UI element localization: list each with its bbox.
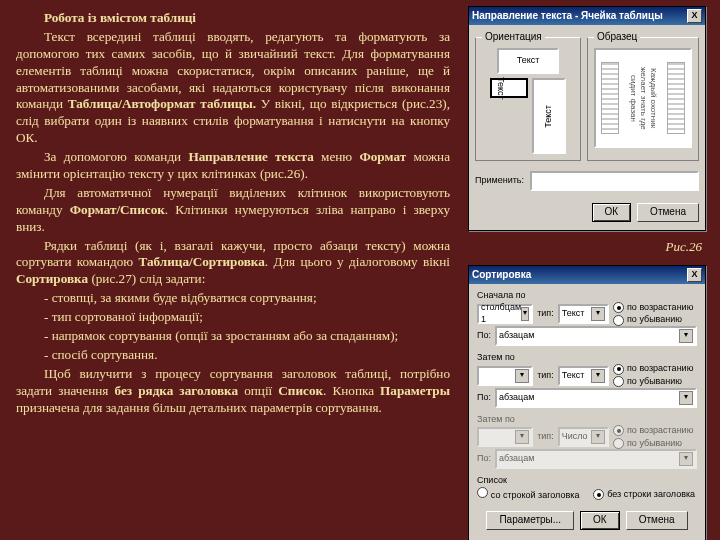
chevron-down-icon[interactable]: ▾ xyxy=(679,391,693,405)
apply-combo[interactable] xyxy=(530,171,699,191)
ok-button[interactable]: ОК xyxy=(580,511,620,530)
list-label: Список xyxy=(477,475,697,487)
sort-block-2: Затем по ▾ тип: Текст▾ по возрастанию по… xyxy=(477,352,697,408)
radio-asc[interactable]: по возрастанию xyxy=(613,302,697,314)
radio-desc[interactable]: по убыванию xyxy=(613,314,697,326)
params-button[interactable]: Параметры... xyxy=(486,511,574,530)
chevron-down-icon[interactable]: ▾ xyxy=(591,307,605,321)
radio-asc[interactable]: по возрастанию xyxy=(613,363,697,375)
list-item-3: - напрямок сортування (опції за зростанн… xyxy=(16,328,450,345)
sort-by-select-3[interactable]: абзацам▾ xyxy=(495,449,697,469)
radio-desc[interactable]: по убыванию xyxy=(613,376,697,388)
text-column: Робота із вмістом таблиці Текст всередин… xyxy=(0,0,460,540)
preview-pane: Каждый охотник желает знать где сидит фа… xyxy=(594,48,692,148)
chevron-down-icon[interactable]: ▾ xyxy=(515,369,529,383)
paragraph-3: Для автоматичної нумерації виділених клі… xyxy=(16,185,450,236)
figures-column: Направление текста - Ячейка таблицы X Ор… xyxy=(460,0,720,540)
dialog-titlebar[interactable]: Направление текста - Ячейка таблицы X xyxy=(469,7,705,25)
chevron-down-icon[interactable]: ▾ xyxy=(679,452,693,466)
sort-type-select-2[interactable]: Текст▾ xyxy=(558,366,609,386)
chevron-down-icon[interactable]: ▾ xyxy=(591,369,605,383)
type-label: тип: xyxy=(537,308,554,320)
by-label: По: xyxy=(477,330,491,342)
close-icon[interactable]: X xyxy=(687,268,702,282)
group-label: Образец xyxy=(594,31,640,44)
dialog-title: Сортировка xyxy=(472,269,531,282)
radio-without-header[interactable]: без строки заголовка xyxy=(593,488,695,501)
type-label: тип: xyxy=(537,370,554,382)
paragraph-2: За допомогою команди Направление текста … xyxy=(16,149,450,183)
text-direction-dialog: Направление текста - Ячейка таблицы X Ор… xyxy=(468,6,706,231)
sort-block-3: Затем по ▾ тип: Число▾ по возрастанию по… xyxy=(477,414,697,470)
by-label: По: xyxy=(477,392,491,404)
orientation-vertical-2[interactable]: Текст xyxy=(532,78,566,154)
cancel-button[interactable]: Отмена xyxy=(626,511,688,530)
paragraph-1: Текст всередині таблиці вводять, редагую… xyxy=(16,29,450,147)
paragraph-5: Щоб вилучити з процесу сортування заголо… xyxy=(16,366,450,417)
close-icon[interactable]: X xyxy=(687,9,702,23)
then-by-label: Затем по xyxy=(477,352,697,364)
sort-column-select-2[interactable]: ▾ xyxy=(477,366,533,386)
dialog-title: Направление текста - Ячейка таблицы xyxy=(472,10,663,23)
sort-block-1: Сначала по столбцам 1▾ тип: Текст▾ по во… xyxy=(477,290,697,346)
sort-column-select[interactable]: столбцам 1▾ xyxy=(477,304,533,324)
chevron-down-icon[interactable]: ▾ xyxy=(521,307,529,321)
orientation-group: Ориентация Текст Текст Текст xyxy=(475,37,581,161)
figure-caption-26: Рис.26 xyxy=(666,239,702,256)
preview-group: Образец Каждый охотник желает знать где … xyxy=(587,37,699,161)
apply-label: Применить: xyxy=(475,175,524,187)
list-item-4: - спосіб сортування. xyxy=(16,347,450,364)
sort-by-select-2[interactable]: абзацам▾ xyxy=(495,388,697,408)
sort-by-select[interactable]: абзацам▾ xyxy=(495,326,697,346)
paragraph-4: Рядки таблиці (як і, взагалі кажучи, про… xyxy=(16,238,450,289)
orientation-vertical-1[interactable]: Текст xyxy=(490,78,528,98)
sort-type-select-3[interactable]: Число▾ xyxy=(558,427,609,447)
dialog-titlebar[interactable]: Сортировка X xyxy=(469,266,705,284)
sort-type-select[interactable]: Текст▾ xyxy=(558,304,609,324)
list-item-1: - стовпці, за якими буде відбуватися сор… xyxy=(16,290,450,307)
orientation-horizontal[interactable]: Текст xyxy=(497,48,559,74)
list-item-2: - тип сортованої інформації; xyxy=(16,309,450,326)
chevron-down-icon[interactable]: ▾ xyxy=(591,430,605,444)
sort-dialog: Сортировка X Сначала по столбцам 1▾ тип:… xyxy=(468,265,706,540)
sort-first-label: Сначала по xyxy=(477,290,697,302)
group-label: Ориентация xyxy=(482,31,545,44)
then-by-label: Затем по xyxy=(477,414,697,426)
cancel-button[interactable]: Отмена xyxy=(637,203,699,222)
chevron-down-icon[interactable]: ▾ xyxy=(679,329,693,343)
ok-button[interactable]: ОК xyxy=(592,203,632,222)
radio-with-header[interactable]: со строкой заголовка xyxy=(477,487,579,502)
section-title: Робота із вмістом таблиці xyxy=(16,10,450,27)
chevron-down-icon[interactable]: ▾ xyxy=(515,430,529,444)
sort-column-select-3[interactable]: ▾ xyxy=(477,427,533,447)
list-option-block: Список со строкой заголовка без строки з… xyxy=(477,475,697,501)
